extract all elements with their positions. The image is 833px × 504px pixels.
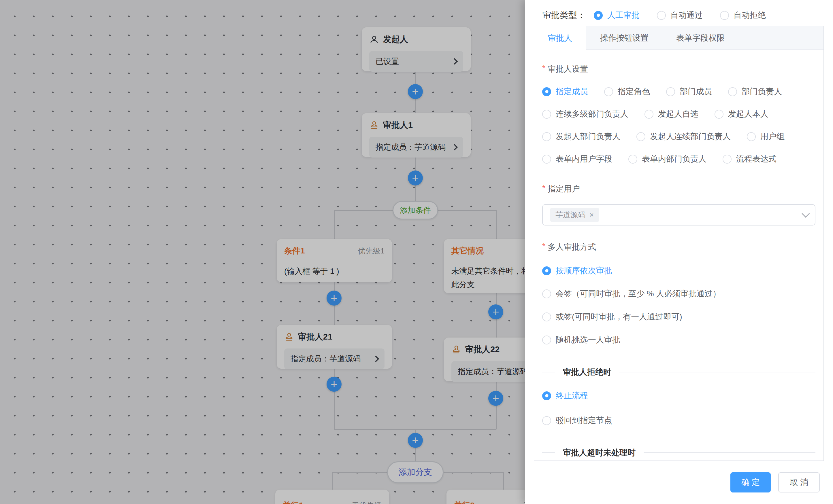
radio-icon: [637, 132, 645, 141]
radio-icon: [542, 416, 551, 425]
radio-icon: [728, 87, 737, 96]
radio-dept-leader[interactable]: 部门负责人: [728, 86, 782, 97]
radio-initiator-dept-leader[interactable]: 发起人部门负责人: [542, 131, 620, 142]
radio-form-dept-leader[interactable]: 表单内部门负责人: [628, 153, 707, 165]
radio-return-to-node[interactable]: 驳回到指定节点: [542, 415, 612, 426]
radio-multi-level-dept-leader[interactable]: 连续多级部门负责人: [542, 108, 628, 120]
radio-icon: [715, 110, 723, 119]
workflow-designer: 发起人 已设置 + 审批人1 指定成员：芋道源码 +: [0, 0, 833, 504]
drawer-footer: 确 定 取 消: [525, 461, 833, 504]
radio-icon: [604, 87, 613, 96]
radio-icon: [594, 11, 603, 20]
config-tabs: 审批人 操作按钮设置 表单字段权限 * 审批人设置 指定成员: [534, 26, 824, 461]
radio-terminate-flow[interactable]: 终止流程: [542, 390, 588, 401]
tab-approver[interactable]: 审批人: [534, 26, 586, 50]
multi-approve-label: * 多人审批方式: [542, 242, 815, 253]
radio-icon: [542, 312, 551, 321]
cancel-button[interactable]: 取 消: [778, 472, 820, 493]
required-asterisk: *: [542, 183, 545, 193]
radio-form-user-field[interactable]: 表单内用户字段: [542, 153, 612, 165]
radio-icon: [657, 11, 666, 20]
tab-button-settings[interactable]: 操作按钮设置: [586, 26, 662, 50]
radio-sequential-approve[interactable]: 按顺序依次审批: [542, 265, 612, 276]
radio-icon: [722, 155, 732, 163]
required-asterisk: *: [542, 242, 545, 251]
required-asterisk: *: [542, 64, 545, 73]
approver-config-drawer: 审批类型： 人工审批 自动通过 自动拒绝 审批人 操作按钮设置 表单字段权限: [525, 0, 833, 504]
radio-manual-approve[interactable]: 人工审批: [594, 10, 640, 21]
tab-panel-approver[interactable]: * 审批人设置 指定成员 指定角色: [534, 50, 824, 460]
tabs-header: 审批人 操作按钮设置 表单字段权限: [534, 26, 824, 50]
approval-type-label: 审批类型：: [543, 9, 586, 21]
radio-icon: [542, 155, 551, 163]
confirm-button[interactable]: 确 定: [730, 472, 771, 493]
radio-flow-expression[interactable]: 流程表达式: [722, 153, 777, 165]
user-select-input[interactable]: 芋道源码 ×: [542, 204, 815, 226]
radio-random-one[interactable]: 随机挑选一人审批: [542, 334, 620, 345]
radio-dept-member[interactable]: 部门成员: [666, 86, 712, 97]
radio-assign-member[interactable]: 指定成员: [542, 86, 588, 97]
approver-form: * 审批人设置 指定成员 指定角色: [542, 50, 815, 460]
radio-icon: [542, 267, 551, 275]
radio-icon: [542, 132, 551, 141]
radio-assign-role[interactable]: 指定角色: [604, 86, 650, 97]
radio-icon: [542, 110, 551, 119]
radio-user-group[interactable]: 用户组: [747, 131, 785, 142]
radio-icon: [720, 11, 729, 20]
approval-type-row: 审批类型： 人工审批 自动通过 自动拒绝: [525, 0, 833, 25]
radio-icon: [628, 155, 637, 163]
radio-initiator-self[interactable]: 发起人本人: [715, 108, 768, 120]
tab-form-field-permission[interactable]: 表单字段权限: [662, 26, 738, 50]
radio-icon: [542, 335, 551, 345]
selected-user-tag: 芋道源码 ×: [550, 208, 599, 222]
user-select-label: * 指定用户: [542, 183, 815, 194]
radio-countersign[interactable]: 会签（可同时审批，至少 % 人必须审批通过）: [542, 288, 720, 299]
timeout-section-divider: 审批人超时未处理时: [542, 447, 815, 458]
radio-auto-reject[interactable]: 自动拒绝: [720, 10, 766, 21]
radio-icon: [666, 87, 675, 96]
radio-icon: [542, 289, 551, 298]
radio-icon: [542, 392, 551, 400]
chevron-down-icon: [802, 210, 810, 218]
radio-auto-pass[interactable]: 自动通过: [657, 10, 703, 21]
radio-orsign[interactable]: 或签(可同时审批，有一人通过即可): [542, 311, 682, 322]
radio-icon: [644, 110, 653, 119]
radio-initiator-choose[interactable]: 发起人自选: [644, 108, 698, 120]
radio-icon: [542, 87, 551, 96]
approver-setting-label: * 审批人设置: [542, 64, 815, 75]
radio-icon: [747, 132, 756, 141]
tag-remove-icon[interactable]: ×: [590, 210, 594, 220]
reject-section-divider: 审批人拒绝时: [542, 367, 815, 378]
radio-initiator-multi-dept-leader[interactable]: 发起人连续部门负责人: [637, 131, 731, 142]
